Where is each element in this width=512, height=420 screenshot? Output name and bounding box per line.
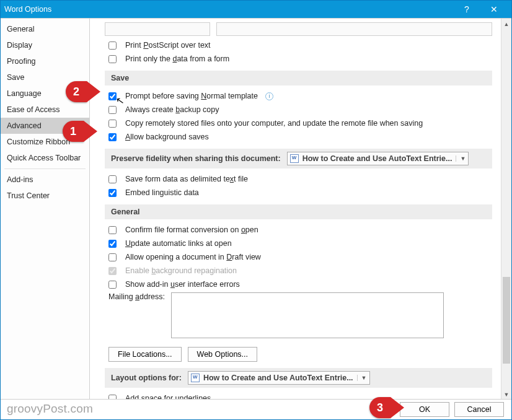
vertical-scrollbar[interactable]: ▲ ▼ [501, 19, 511, 400]
label-confirm-convert: Confirm file format conversion on open [125, 224, 258, 235]
sidebar-item-general[interactable]: General [1, 21, 89, 37]
opt-copy-remotely: Copy remotely stored files onto your com… [108, 118, 492, 129]
row-mailing-address: Mailing address: [108, 292, 492, 338]
titlebar: Word Options ? ✕ [1, 1, 511, 18]
scroll-up-button[interactable]: ▲ [501, 19, 511, 29]
dropdown-preserve-document[interactable]: How to Create and Use AutoText Entrie...… [287, 152, 469, 165]
checkbox-allow-draft[interactable] [108, 253, 117, 261]
opt-allow-bg-saves: Allow background saves [108, 131, 492, 142]
opt-print-postscript: Print PostScript over text [108, 40, 492, 51]
word-doc-icon [191, 374, 200, 382]
label-enable-repag: Enable background repagination [125, 265, 237, 276]
label-allow-draft: Allow opening a document in Draft view [125, 252, 261, 263]
sidebar-item-display[interactable]: Display [1, 37, 89, 53]
label-update-links: Update automatic links at open [125, 238, 232, 249]
label-copy-remotely: Copy remotely stored files onto your com… [125, 118, 423, 129]
section-layout-options: Layout options for: How to Create and Us… [105, 368, 492, 388]
checkbox-allow-bg-saves[interactable] [108, 133, 117, 141]
scroll-down-button[interactable]: ▼ [501, 389, 511, 400]
opt-allow-draft: Allow opening a document in Draft view [108, 252, 492, 263]
sidebar-item-quick-access-toolbar[interactable]: Quick Access Toolbar [1, 150, 89, 166]
section-general: General [105, 204, 492, 219]
word-doc-icon [290, 154, 299, 163]
opt-confirm-convert: Confirm file format conversion on open [108, 224, 492, 235]
advanced-options-pane: Print PostScript over text Print only th… [90, 19, 501, 400]
file-locations-button[interactable]: File Locations... [108, 347, 182, 362]
checkbox-show-addin-errors[interactable] [108, 281, 117, 289]
close-button[interactable]: ✕ [480, 1, 508, 18]
opt-prompt-normal: Prompt before saving Normal template i [108, 90, 492, 102]
label-prompt-normal: Prompt before saving Normal template [125, 90, 258, 102]
watermark-text: groovyPost.com [7, 402, 93, 416]
label-show-addin-errors: Show add-in user interface errors [125, 279, 240, 290]
checkbox-copy-remotely[interactable] [108, 120, 117, 128]
textarea-mailing-address[interactable] [171, 292, 444, 338]
label-embed-linguistic: Embed linguistic data [125, 187, 199, 198]
label-print-only-data: Print only the data from a form [125, 53, 229, 64]
chevron-down-icon: ▼ [456, 155, 466, 162]
dialog-body: General Display Proofing Save Language E… [1, 18, 511, 400]
general-buttons-row: File Locations... Web Options... [108, 347, 492, 362]
web-options-button[interactable]: Web Options... [188, 347, 257, 362]
opt-update-links: Update automatic links at open [108, 238, 492, 249]
category-sidebar: General Display Proofing Save Language E… [1, 19, 90, 400]
sidebar-item-language[interactable]: Language [1, 85, 89, 102]
checkbox-confirm-convert[interactable] [108, 226, 117, 234]
chevron-down-icon: ▼ [357, 375, 367, 381]
label-save-form-data: Save form data as delimited text file [125, 173, 248, 185]
checkbox-print-postscript[interactable] [108, 42, 117, 50]
opt-enable-repag: Enable background repagination [108, 265, 492, 276]
checkbox-update-links[interactable] [108, 240, 117, 248]
content-wrap: Print PostScript over text Print only th… [90, 19, 511, 400]
window-title: Word Options [4, 5, 453, 14]
opt-embed-linguistic: Embed linguistic data [108, 187, 492, 198]
label-print-postscript: Print PostScript over text [125, 40, 211, 51]
opt-always-backup: Always create backup copy [108, 104, 492, 115]
sidebar-item-add-ins[interactable]: Add-ins [1, 172, 89, 188]
label-always-backup: Always create backup copy [125, 104, 219, 115]
label-allow-bg-saves: Allow background saves [125, 131, 209, 142]
sidebar-item-ease-of-access[interactable]: Ease of Access [1, 102, 89, 118]
section-preserve-fidelity: Preserve fidelity when sharing this docu… [105, 149, 492, 168]
word-options-dialog: Word Options ? ✕ General Display Proofin… [0, 0, 512, 420]
sidebar-item-proofing[interactable]: Proofing [1, 53, 89, 69]
cancel-button[interactable]: Cancel [454, 402, 504, 417]
checkbox-enable-repag [108, 267, 117, 275]
label-preserve-fidelity: Preserve fidelity when sharing this docu… [111, 154, 281, 163]
scroll-track[interactable] [501, 29, 511, 389]
label-layout-options: Layout options for: [111, 374, 182, 382]
scroll-thumb[interactable] [503, 277, 510, 364]
checkbox-save-form-data[interactable] [108, 175, 117, 183]
help-button[interactable]: ? [453, 1, 480, 18]
checkbox-always-backup[interactable] [108, 106, 117, 114]
checkbox-print-only-data[interactable] [108, 55, 117, 63]
label-mailing-address: Mailing address: [108, 292, 165, 301]
checkbox-prompt-normal[interactable] [108, 92, 117, 100]
opt-print-only-data: Print only the data from a form [108, 53, 492, 64]
opt-show-addin-errors: Show add-in user interface errors [108, 279, 492, 290]
sidebar-item-save[interactable]: Save [1, 69, 89, 85]
dropdown-layout-document[interactable]: How to Create and Use AutoText Entrie...… [188, 371, 370, 385]
ok-button[interactable]: OK [400, 402, 449, 417]
section-save: Save [105, 71, 492, 85]
sidebar-item-customize-ribbon[interactable]: Customize Ribbon [1, 134, 89, 150]
sidebar-separator [4, 168, 86, 169]
partial-row-above [105, 22, 492, 36]
sidebar-item-advanced[interactable]: Advanced [1, 118, 89, 134]
info-icon[interactable]: i [265, 92, 273, 100]
checkbox-embed-linguistic[interactable] [108, 189, 117, 197]
sidebar-item-trust-center[interactable]: Trust Center [1, 188, 89, 204]
opt-save-form-data: Save form data as delimited text file [108, 173, 492, 185]
